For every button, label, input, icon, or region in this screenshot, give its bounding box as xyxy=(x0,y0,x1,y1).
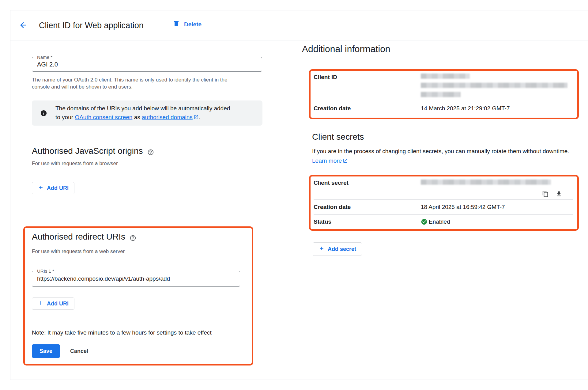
help-icon[interactable] xyxy=(130,233,136,240)
back-button[interactable] xyxy=(18,21,28,30)
client-id-row: Client ID xyxy=(314,71,573,101)
add-secret-button[interactable]: Add secret xyxy=(313,242,362,256)
creation-date-value: 14 March 2025 at 21:29:02 GMT-7 xyxy=(421,105,573,112)
check-circle-icon xyxy=(421,218,428,225)
add-uri-button-redirects[interactable]: Add URI xyxy=(32,297,74,310)
js-origins-subtitle: For use with requests from a browser xyxy=(32,160,118,167)
plus-icon xyxy=(38,184,44,192)
creation-date-value: 18 April 2025 at 16:59:42 GMT-7 xyxy=(421,204,573,210)
plus-icon xyxy=(318,245,325,253)
external-link-icon xyxy=(194,113,199,122)
note-text: Note: It may take five minutes to a few … xyxy=(32,329,246,337)
creation-date-label: Creation date xyxy=(314,204,421,210)
authorised-domains-link[interactable]: authorised domains xyxy=(142,114,193,120)
status-label: Status xyxy=(314,218,421,225)
info-banner: The domains of the URIs you add below wi… xyxy=(32,100,262,126)
status-row: Status Enabled xyxy=(314,215,573,229)
page-header: Client ID for Web application Delete xyxy=(10,10,588,40)
js-origins-title-text: Authorised JavaScript origins xyxy=(32,146,143,156)
client-id-label: Client ID xyxy=(314,74,421,81)
redacted-bar xyxy=(421,74,470,79)
status-value-cell: Enabled xyxy=(421,218,573,225)
highlight-box-client-id: Client ID Creation date 14 March 2025 at… xyxy=(309,69,579,119)
secret-actions xyxy=(314,189,573,200)
external-link-icon xyxy=(343,157,348,166)
name-helper-text: The name of your OAuth 2.0 client. This … xyxy=(32,76,246,90)
add-secret-button-label: Add secret xyxy=(328,246,356,252)
section-title-additional-info: Additional information xyxy=(302,43,390,55)
add-uri-button-label: Add URI xyxy=(47,185,69,191)
trash-icon xyxy=(173,20,180,29)
download-icon xyxy=(556,194,562,198)
name-field-label: Name * xyxy=(36,54,54,60)
creation-date-row: Creation date 14 March 2025 at 21:29:02 … xyxy=(314,101,573,116)
cancel-button[interactable]: Cancel xyxy=(70,348,88,354)
client-id-redacted-value xyxy=(421,74,573,97)
info-icon xyxy=(40,110,47,117)
banner-text-prefix: to your xyxy=(55,114,75,120)
download-button[interactable] xyxy=(555,191,563,198)
back-arrow-icon xyxy=(19,26,28,31)
banner-text-before: The domains of the URIs you add below wi… xyxy=(55,105,230,112)
learn-more-link[interactable]: Learn more xyxy=(312,157,342,164)
client-secret-redacted-value xyxy=(421,180,573,185)
creation-date-label: Creation date xyxy=(314,105,421,112)
delete-button[interactable]: Delete xyxy=(173,20,202,29)
redirect-uris-subtitle: For use with requests from a web server xyxy=(32,248,246,255)
copy-button[interactable] xyxy=(542,191,549,198)
help-icon[interactable] xyxy=(147,148,154,154)
add-uri-button-origins[interactable]: Add URI xyxy=(32,182,74,194)
redacted-bar xyxy=(421,83,567,88)
copy-icon xyxy=(542,194,549,198)
uri-input[interactable] xyxy=(32,271,240,286)
section-title-client-secrets: Client secrets xyxy=(312,132,364,142)
client-secrets-description: If you are in the process of changing cl… xyxy=(312,146,575,166)
redacted-bar xyxy=(421,180,551,185)
section-title-js-origins: Authorised JavaScript origins xyxy=(32,146,154,156)
form-actions: Save Cancel xyxy=(32,344,246,358)
status-value: Enabled xyxy=(429,218,450,225)
info-banner-text: The domains of the URIs you add below wi… xyxy=(55,104,233,122)
delete-button-label: Delete xyxy=(184,21,202,28)
save-button[interactable]: Save xyxy=(32,344,60,358)
name-input[interactable] xyxy=(32,57,262,71)
main-card: Client ID for Web application Delete Nam… xyxy=(10,10,588,380)
page-title: Client ID for Web application xyxy=(39,21,144,30)
highlight-box-client-secret: Client secret Creation date 18 April 202… xyxy=(309,175,579,231)
client-secrets-description-text: If you are in the process of changing cl… xyxy=(312,148,569,154)
oauth-consent-screen-link[interactable]: OAuth consent screen xyxy=(75,114,132,120)
section-title-redirect-uris: Authorised redirect URIs xyxy=(32,232,246,242)
uri-field: URIs 1 * xyxy=(32,271,240,287)
redirect-uris-title-text: Authorised redirect URIs xyxy=(32,232,125,242)
creation-date-row: Creation date 18 April 2025 at 16:59:42 … xyxy=(314,200,573,215)
name-field: Name * xyxy=(32,57,262,72)
uri-field-label: URIs 1 * xyxy=(36,268,56,274)
client-secret-label: Client secret xyxy=(314,180,421,186)
add-uri-button-label: Add URI xyxy=(47,301,69,307)
client-secret-row: Client secret xyxy=(314,176,573,186)
highlight-box-redirect-uris: Authorised redirect URIs For use with re… xyxy=(23,226,253,365)
plus-icon xyxy=(38,300,44,308)
banner-text-middle: as xyxy=(132,114,142,120)
banner-text-after: . xyxy=(199,114,200,120)
redacted-bar xyxy=(421,92,461,97)
